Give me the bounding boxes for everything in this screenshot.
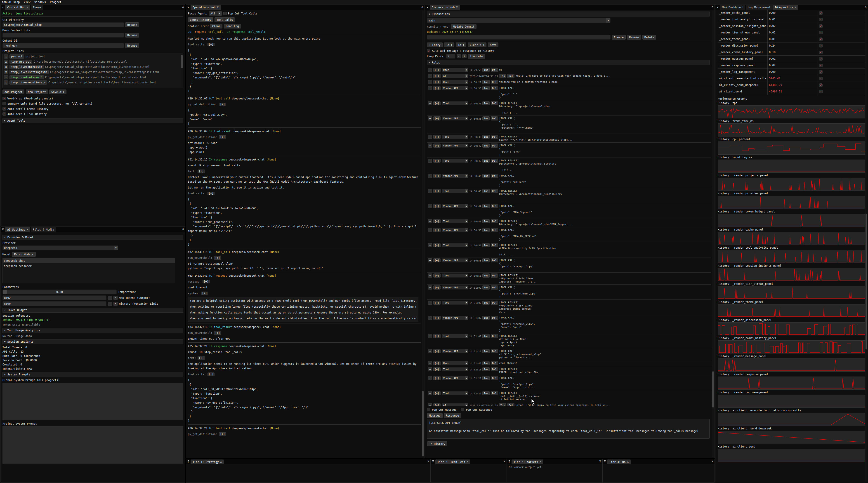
system-prompts-header[interactable]: ▼ System Prompts xyxy=(2,372,183,377)
row-expand-button[interactable]: [+] xyxy=(433,189,440,193)
close-icon[interactable]: X xyxy=(504,460,505,463)
max-tokens-input[interactable]: 8192 xyxy=(2,295,106,300)
row-expand-button[interactable]: [+] xyxy=(433,219,440,223)
row-add-button[interactable]: + xyxy=(428,74,432,78)
row-add-button[interactable]: + xyxy=(428,219,432,223)
project-file-row[interactable]: xtemp_livecontextsimC:\projects\manual_s… xyxy=(3,64,183,69)
row-expand-button[interactable]: [+] xyxy=(433,143,440,148)
row-add-button[interactable]: + xyxy=(428,367,432,372)
row-insert-button[interactable]: Ins xyxy=(483,204,490,208)
role-combo[interactable]: Tool▼ xyxy=(442,219,468,223)
save-button[interactable]: Save xyxy=(488,42,498,47)
diag-checkbox[interactable]: ✓ xyxy=(819,44,823,47)
row-delete-button[interactable]: Del xyxy=(491,143,498,148)
clear-button[interactable]: Clear xyxy=(210,24,222,29)
tab-mma-dashboard[interactable]: MMA Dashboard xyxy=(720,5,745,10)
row-delete-button[interactable]: Del xyxy=(491,189,498,193)
role-combo[interactable]: Vendor API▼ xyxy=(442,286,468,290)
tab-ai-settings[interactable]: AI SettingsX xyxy=(5,227,30,232)
window-collapse-icon[interactable]: ▼ xyxy=(431,459,435,464)
row-delete-button[interactable]: Del xyxy=(491,86,498,90)
row-add-button[interactable]: + xyxy=(428,273,432,278)
loadlog-button[interactable]: Load Log xyxy=(224,24,241,29)
row-delete-button[interactable]: Del xyxy=(491,258,498,262)
window-collapse-icon[interactable]: ▼ xyxy=(1,227,5,232)
tab-comms-history[interactable]: Comms History xyxy=(188,18,213,22)
agent-tools-header[interactable]: ▶ Agent Tools xyxy=(2,118,183,123)
row-insert-button[interactable]: Ins xyxy=(483,219,490,223)
row-add-button[interactable]: + xyxy=(428,159,432,163)
row-insert-button[interactable]: Ins xyxy=(483,349,490,353)
window-collapse-icon[interactable]: ▼ xyxy=(425,4,430,10)
tab-files-&-media[interactable]: Files & Media xyxy=(31,227,56,232)
row-expand-button[interactable]: [+] xyxy=(433,376,440,380)
diag-checkbox[interactable]: ✓ xyxy=(819,18,823,21)
row-insert-button[interactable]: Ins xyxy=(483,174,490,178)
expand-button[interactable]: [+] xyxy=(219,103,226,106)
window-collapse-icon[interactable]: ▼ xyxy=(186,459,191,464)
row-insert-button[interactable]: Ins xyxy=(483,316,490,320)
row-delete-button[interactable]: Del xyxy=(491,204,498,208)
tab-discussion-hub[interactable]: Discussion HubX xyxy=(430,5,460,10)
row-delete-button[interactable]: Del xyxy=(491,117,498,121)
clear-all-button[interactable]: Clear All xyxy=(468,42,487,47)
row-expand-button[interactable]: [+] xyxy=(433,361,440,365)
tab-log-management[interactable]: Log Management xyxy=(746,5,773,10)
main-context-browse-button[interactable]: Browse xyxy=(125,33,139,37)
role-combo[interactable]: Tool▼ xyxy=(442,189,468,193)
tab-message[interactable]: Message xyxy=(427,413,442,418)
-all-button[interactable]: +All xyxy=(456,42,466,47)
remove-project-button[interactable]: x xyxy=(4,60,8,64)
message-error-box[interactable]: [DEEPSEEK API ERROR] An assistant messag… xyxy=(427,419,710,439)
close-icon[interactable]: X xyxy=(182,228,184,230)
update-commit-button[interactable]: Update Commit xyxy=(451,24,476,29)
role-combo[interactable]: AI▼ xyxy=(442,403,468,406)
tab-context-hub[interactable]: Context HubX xyxy=(5,5,30,10)
row-add-button[interactable]: + xyxy=(428,361,432,365)
row-delete-button[interactable]: Del xyxy=(491,349,498,353)
row-delete-button[interactable]: Del xyxy=(491,174,498,178)
discussion-combo[interactable]: main▼ xyxy=(427,18,611,23)
history-button[interactable]: -> History xyxy=(427,442,447,446)
close-icon[interactable]: X xyxy=(865,5,866,8)
row-delete-button[interactable]: Del xyxy=(507,74,515,78)
remove-project-button[interactable]: x xyxy=(4,70,8,74)
close-icon[interactable]: X xyxy=(182,5,184,8)
row-add-button[interactable]: + xyxy=(428,243,432,247)
row-insert-button[interactable]: Ins xyxy=(499,403,506,406)
row-expand-button[interactable]: [+] xyxy=(433,349,440,353)
row-insert-button[interactable]: Ins xyxy=(483,80,490,84)
project-tag-button[interactable]: temp_project xyxy=(9,60,32,64)
checkbox[interactable]: ✓ xyxy=(2,107,6,110)
expand-button[interactable]: [+] xyxy=(208,43,215,46)
role-combo[interactable]: Vendor API▼ xyxy=(442,86,468,90)
row-delete-button[interactable]: Del xyxy=(491,316,498,320)
new-project-button[interactable]: New Project xyxy=(26,90,48,94)
row-insert-button[interactable]: Ins xyxy=(483,101,490,105)
row-expand-button[interactable]: [+] xyxy=(433,391,440,395)
truncate-button[interactable]: Truncate xyxy=(468,54,485,59)
diag-checkbox[interactable]: ✓ xyxy=(819,77,823,80)
row-expand-button[interactable]: [+] xyxy=(433,243,440,247)
fetch-models-button[interactable]: Fetch Models xyxy=(12,252,36,257)
project-file-row[interactable]: xtemp_projectC:\projects\manual_slop\tes… xyxy=(3,59,183,64)
project-tag-button[interactable]: project xyxy=(9,55,24,59)
add-project-button[interactable]: Add Project xyxy=(2,90,24,94)
max-tokens-minus-button[interactable]: - xyxy=(108,296,112,300)
row-add-button[interactable]: + xyxy=(428,135,432,139)
row-expand-button[interactable]: [+] xyxy=(433,159,440,163)
role-combo[interactable]: Vendor API▼ xyxy=(442,316,468,320)
row-delete-button[interactable]: Del xyxy=(507,403,515,406)
expand-button[interactable]: [+] xyxy=(214,331,221,335)
expand-button[interactable]: [+] xyxy=(214,256,221,260)
close-icon[interactable]: X xyxy=(712,460,713,463)
discussion-name-input[interactable] xyxy=(427,35,611,39)
row-expand-button[interactable]: [+] xyxy=(433,204,440,208)
project-prompt-textarea[interactable] xyxy=(2,426,183,463)
checkbox[interactable]: ✓ xyxy=(2,97,6,100)
close-icon[interactable]: X xyxy=(421,5,423,8)
expand-button[interactable]: [+] xyxy=(219,432,226,436)
menu-item-manual-slop[interactable]: manual slop xyxy=(2,0,20,4)
row-add-button[interactable]: + xyxy=(428,117,432,121)
tab-diagnostics[interactable]: DiagnosticsX xyxy=(773,5,798,10)
